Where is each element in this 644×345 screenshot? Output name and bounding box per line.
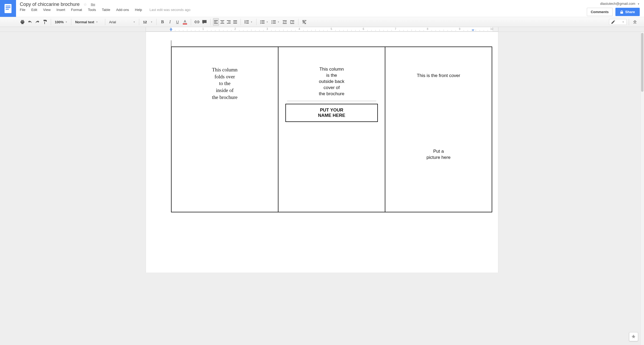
column-right-picture-text[interactable]: Put apicture here (391, 148, 486, 161)
ruler-area: 12345678910 (0, 27, 644, 32)
account-area: dlastutech@gmail.com ▼ Comments Share (587, 0, 644, 17)
account-email-text: dlastutech@gmail.com (600, 2, 635, 6)
ruler-number: 7 (395, 28, 396, 30)
ruler-number: 2 (234, 28, 236, 30)
font-dropdown[interactable]: Arial ▼ (107, 18, 137, 26)
brochure-column-right[interactable]: This is the front cover Put apicture her… (385, 47, 492, 212)
chevron-down-icon: ▼ (637, 3, 640, 5)
clear-formatting-button[interactable]: T (301, 18, 308, 26)
brochure-column-left[interactable]: This columnfolds overto theinside ofthe … (172, 47, 278, 212)
ruler-number: 1 (202, 28, 204, 30)
brochure-column-middle[interactable]: This columnis theoutside backcover ofthe… (278, 47, 385, 212)
docs-home-button[interactable] (0, 0, 16, 17)
vertical-scrollbar[interactable] (640, 32, 644, 345)
svg-point-6 (271, 23, 272, 24)
ruler-number: 3 (266, 28, 268, 30)
menu-table[interactable]: Table (102, 8, 110, 12)
chevron-down-icon: ▼ (150, 21, 153, 23)
account-email[interactable]: dlastutech@gmail.com ▼ (587, 2, 640, 6)
comments-button[interactable]: Comments (587, 8, 613, 16)
scrollbar-thumb[interactable] (641, 33, 643, 92)
increase-indent-button[interactable] (289, 18, 296, 26)
title-area: Copy of chiccarine brochure ☆ File Edit … (16, 0, 587, 17)
right-indent-marker[interactable] (472, 29, 474, 31)
menu-insert[interactable]: Insert (56, 8, 65, 12)
document-canvas[interactable]: This columnfolds overto theinside ofthe … (0, 32, 644, 345)
star-icon[interactable]: ☆ (83, 2, 87, 7)
svg-rect-2 (6, 7, 10, 8)
bulleted-list-button[interactable]: ▼ (270, 18, 281, 26)
decrease-indent-button[interactable] (281, 18, 289, 26)
chevron-down-icon: ▼ (266, 21, 268, 23)
horizontal-ruler[interactable]: 12345678910 (146, 27, 498, 32)
menu-tools[interactable]: Tools (88, 8, 96, 12)
print-icon[interactable] (19, 18, 26, 26)
name-box-line2: NAME HERE (288, 113, 376, 118)
page[interactable]: This columnfolds overto theinside ofthe … (146, 32, 498, 273)
ruler-number: 4 (298, 28, 300, 30)
ruler-number: 5 (331, 28, 332, 30)
menu-edit[interactable]: Edit (31, 8, 37, 12)
lock-icon (620, 10, 623, 14)
paint-format-icon[interactable] (41, 18, 49, 26)
ruler-number: 6 (363, 28, 364, 30)
align-right-button[interactable] (226, 18, 232, 26)
chevron-down-icon: ▼ (96, 21, 98, 23)
column-left-text[interactable]: This columnfolds overto theinside ofthe … (177, 66, 273, 101)
menu-file[interactable]: File (20, 8, 25, 12)
ruler-number: 10 (490, 28, 493, 30)
collapse-toolbar-button[interactable] (631, 18, 639, 26)
name-box[interactable]: PUT YOUR NAME HERE (285, 104, 378, 122)
text-color-button[interactable]: A (181, 18, 189, 26)
numbered-list-button[interactable]: ▼ (259, 18, 270, 26)
last-edit-label[interactable]: Last edit was seconds ago (150, 8, 191, 12)
divider (287, 101, 376, 101)
undo-icon[interactable] (26, 18, 34, 26)
underline-button[interactable]: U (174, 18, 181, 26)
ruler-number: 9 (459, 28, 460, 30)
italic-button[interactable]: I (166, 18, 174, 26)
menu-bar: File Edit View Insert Format Tools Table… (20, 8, 584, 12)
insert-link-icon[interactable] (193, 18, 201, 26)
svg-rect-1 (6, 6, 10, 6)
insert-comment-icon[interactable] (201, 18, 208, 26)
text-cursor (171, 40, 171, 47)
chevron-down-icon: ▼ (622, 21, 624, 23)
zoom-value: 100% (55, 20, 64, 24)
fontsize-dropdown[interactable]: 12 ▼ (141, 18, 154, 26)
svg-point-4 (271, 20, 272, 21)
column-right-top-text[interactable]: This is the front cover (391, 73, 486, 79)
zoom-dropdown[interactable]: 100% ▼ (53, 18, 69, 26)
chevron-down-icon: ▼ (65, 21, 67, 23)
align-justify-button[interactable] (232, 18, 238, 26)
menu-format[interactable]: Format (71, 8, 82, 12)
share-button-label: Share (625, 10, 635, 14)
share-button[interactable]: Share (615, 8, 640, 16)
ruler-number: 8 (427, 28, 428, 30)
menu-view[interactable]: View (43, 8, 51, 12)
styles-dropdown[interactable]: Normal text ▼ (73, 18, 103, 26)
column-middle-text[interactable]: This columnis theoutside backcover ofthe… (284, 66, 379, 97)
menu-addons[interactable]: Add-ons (116, 8, 129, 12)
chevron-down-icon: ▼ (250, 21, 253, 23)
menu-help[interactable]: Help (135, 8, 142, 12)
redo-icon[interactable] (34, 18, 41, 26)
align-center-button[interactable] (219, 18, 225, 26)
pencil-icon (611, 20, 615, 24)
brochure-table[interactable]: This columnfolds overto theinside ofthe … (171, 47, 492, 212)
align-left-button[interactable] (213, 18, 219, 26)
svg-rect-0 (5, 4, 11, 13)
editing-mode-button[interactable]: ▼ (609, 19, 627, 25)
styles-value: Normal text (75, 20, 94, 24)
chevron-down-icon: ▼ (277, 21, 280, 23)
line-spacing-button[interactable]: ▼ (243, 18, 254, 26)
titlebar: Copy of chiccarine brochure ☆ File Edit … (0, 0, 644, 17)
explore-button[interactable] (629, 332, 638, 341)
fontsize-value: 12 (143, 20, 147, 24)
move-to-folder-icon[interactable] (91, 3, 95, 6)
first-line-indent-marker[interactable] (170, 28, 172, 29)
name-box-line1: PUT YOUR (288, 108, 376, 113)
bold-button[interactable]: B (159, 18, 166, 26)
left-indent-marker[interactable] (170, 29, 172, 31)
document-title[interactable]: Copy of chiccarine brochure (20, 2, 80, 7)
